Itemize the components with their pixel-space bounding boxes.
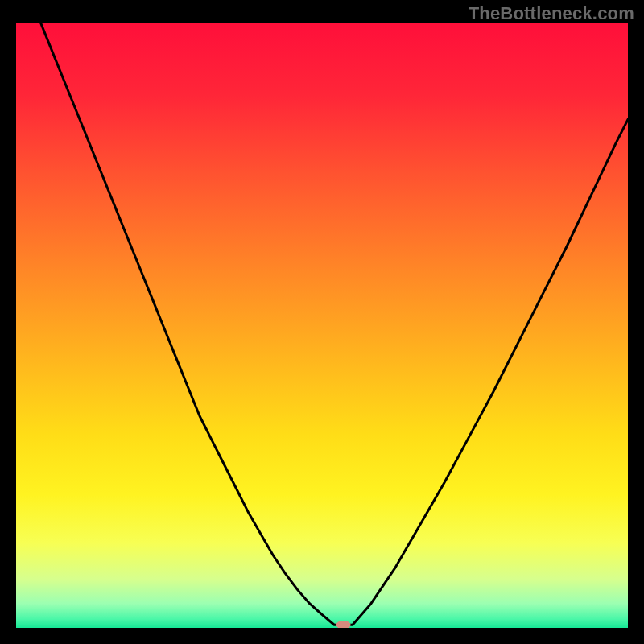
chart-plot-area: [16, 23, 628, 628]
gradient-background: [16, 23, 628, 628]
chart-svg: [16, 23, 628, 628]
watermark-text: TheBottleneck.com: [469, 3, 634, 24]
chart-container: TheBottleneck.com: [0, 0, 644, 644]
